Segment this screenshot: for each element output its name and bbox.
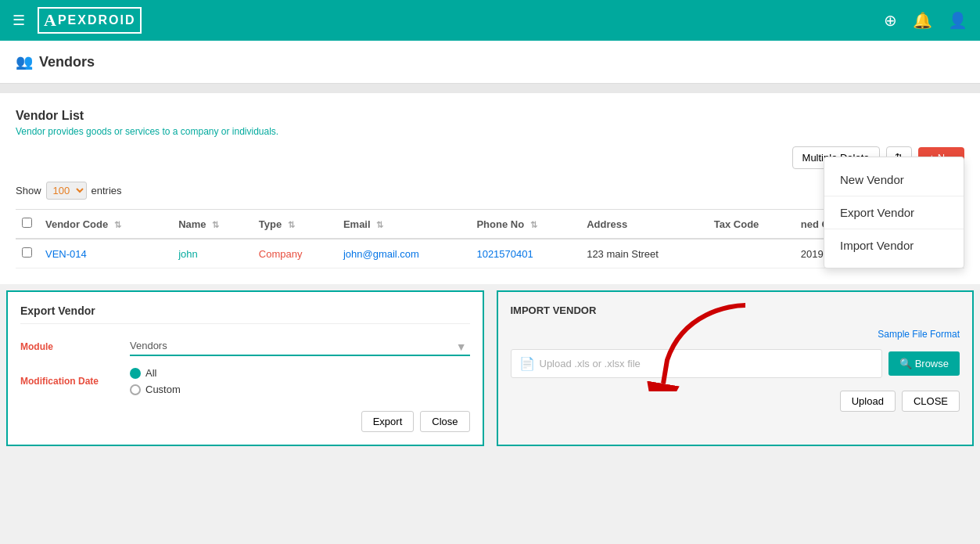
user-icon[interactable]: 👤 <box>948 11 967 30</box>
mod-date-radio-group: All Custom <box>130 367 181 395</box>
vendors-table: Vendor Code ⇅ Name ⇅ Type ⇅ Email ⇅ Phon… <box>16 209 964 268</box>
file-upload-row: 📄 Upload .xls or .xlsx file 🔍 Browse <box>511 349 960 378</box>
section-subtitle: Vendor provides goods or services to a c… <box>16 126 964 137</box>
browse-button[interactable]: 🔍 Browse <box>888 351 960 376</box>
row-checkbox[interactable] <box>22 247 32 258</box>
export-panel-footer: Export Close <box>20 411 470 432</box>
row-checkbox-cell <box>16 239 39 268</box>
col-phone: Phone No ⇅ <box>470 210 580 240</box>
radio-all-label: All <box>145 367 156 379</box>
logo-name: PEXDROID <box>58 13 136 27</box>
entries-select[interactable]: 100 25 50 <box>46 182 87 200</box>
mod-date-label: Modification Date <box>20 376 130 387</box>
row-vendor-code: VEN-014 <box>39 239 172 268</box>
menu-item-import-vendor[interactable]: Import Vendor <box>824 229 964 261</box>
import-panel-footer: Upload CLOSE <box>511 391 960 412</box>
row-tax-code <box>708 239 795 268</box>
row-type: Company <box>253 239 337 268</box>
module-select[interactable]: Vendors <box>130 337 470 356</box>
dropdown-menu: New Vendor Export Vendor Import Vendor <box>824 157 964 268</box>
file-icon: 📄 <box>519 356 535 371</box>
radio-custom-label: Custom <box>145 384 181 395</box>
module-row: Module Vendors ▼ <box>20 337 470 356</box>
export-panel: Export Vendor Module Vendors ▼ Modificat… <box>6 290 484 446</box>
radio-all-item: All <box>130 367 181 379</box>
bottom-panels: Export Vendor Module Vendors ▼ Modificat… <box>0 284 980 452</box>
import-close-button[interactable]: CLOSE <box>902 391 960 412</box>
row-email: john@gmail.com <box>337 239 471 268</box>
entries-label: entries <box>92 185 122 196</box>
add-circle-icon[interactable]: ⊕ <box>884 11 897 30</box>
search-icon: 🔍 <box>899 358 912 369</box>
row-name: john <box>172 239 253 268</box>
radio-all-selected[interactable] <box>130 368 141 379</box>
table-row: VEN-014 john Company john@gmail.com 1021… <box>16 239 964 268</box>
col-email: Email ⇅ <box>337 210 471 240</box>
title-bar: 👥 Vendors <box>0 41 980 84</box>
page-title: Vendors <box>39 54 95 70</box>
section-title: Vendor List <box>16 109 964 123</box>
browse-label: Browse <box>915 358 949 369</box>
modification-date-row: Modification Date All Custom <box>20 367 470 395</box>
import-panel-title: IMPORT VENDOR <box>511 304 960 316</box>
sub-header <box>0 84 980 93</box>
module-select-wrapper: Vendors ▼ <box>130 337 470 356</box>
export-panel-title: Export Vendor <box>20 304 470 324</box>
col-address: Address <box>580 210 708 240</box>
vendors-icon: 👥 <box>16 53 33 70</box>
logo-letter: A <box>44 10 56 31</box>
vendor-list-header: Vendor List Vendor provides goods or ser… <box>16 109 964 137</box>
sample-file-link[interactable]: Sample File Format <box>511 329 960 340</box>
upload-button[interactable]: Upload <box>840 391 896 412</box>
import-panel: IMPORT VENDOR Sample File Format 📄 Uploa… <box>497 290 975 446</box>
export-close-button[interactable]: Close <box>420 411 469 432</box>
show-entries: Show 100 25 50 entries <box>16 182 964 200</box>
export-button[interactable]: Export <box>361 411 415 432</box>
header-right: ⊕ 🔔 👤 <box>884 11 967 30</box>
file-placeholder: Upload .xls or .xlsx file <box>540 358 641 369</box>
logo: A PEXDROID <box>38 7 142 34</box>
sort-phone-icon[interactable]: ⇅ <box>530 220 537 229</box>
toolbar: Multiple Delete ⇅ + N... <box>16 146 964 169</box>
module-select-arrow: ▼ <box>456 340 467 353</box>
sort-vendor-code-icon[interactable]: ⇅ <box>114 220 121 229</box>
col-type: Type ⇅ <box>253 210 337 240</box>
show-label: Show <box>16 185 41 196</box>
select-all-checkbox[interactable] <box>22 218 32 228</box>
radio-custom-item: Custom <box>130 384 181 395</box>
file-input-wrapper: 📄 Upload .xls or .xlsx file <box>511 349 882 378</box>
sort-type-icon[interactable]: ⇅ <box>288 220 295 229</box>
header-checkbox-cell <box>16 210 39 240</box>
module-label: Module <box>20 341 130 352</box>
col-vendor-code: Vendor Code ⇅ <box>39 210 172 240</box>
col-name: Name ⇅ <box>172 210 253 240</box>
row-phone: 1021570401 <box>470 239 580 268</box>
menu-item-new-vendor[interactable]: New Vendor <box>824 164 964 196</box>
sort-name-icon[interactable]: ⇅ <box>212 220 219 229</box>
notification-icon[interactable]: 🔔 <box>913 11 932 30</box>
menu-item-export-vendor[interactable]: Export Vendor <box>824 196 964 229</box>
app-header: ☰ A PEXDROID ⊕ 🔔 👤 <box>0 0 980 41</box>
row-address: 123 main Street <box>580 239 708 268</box>
sort-email-icon[interactable]: ⇅ <box>376 220 383 229</box>
header-left: ☰ A PEXDROID <box>13 7 142 34</box>
radio-custom-unselected[interactable] <box>130 384 141 395</box>
col-tax-code: Tax Code <box>708 210 795 240</box>
hamburger-icon[interactable]: ☰ <box>13 12 25 29</box>
